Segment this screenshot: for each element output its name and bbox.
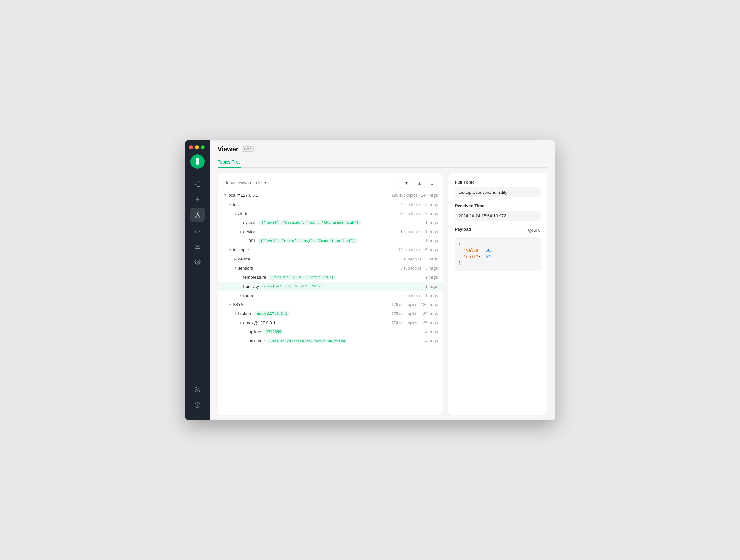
tree-node-name: testtopic: [233, 247, 249, 252]
sidebar-item-rules[interactable]: [190, 239, 205, 253]
tree-node-name: sensors: [238, 266, 253, 270]
tree-arrow: [238, 275, 244, 280]
sidebar-item-copy[interactable]: [190, 177, 205, 191]
tree-tag: 2742699: [264, 329, 283, 334]
msgs-count: 2 msgs: [425, 202, 438, 207]
tree-arrow: ▶: [238, 293, 244, 298]
msgs-count: 1 msgs: [425, 293, 438, 298]
tree-row[interactable]: datetime 2024-10-24T07:58:55.452000400+0…: [218, 337, 443, 346]
msgs-count: 3 msgs: [425, 266, 438, 270]
tree-node-name: room: [244, 293, 253, 298]
fullscreen-dot[interactable]: [201, 145, 205, 149]
detail-panel: Full Topic testtopic/sensors/humidity Re…: [448, 173, 547, 415]
payload-line: "unit": "%": [459, 254, 537, 260]
sub-topics-count: 195 sub-topics: [391, 193, 417, 198]
received-time-label: Received Time: [455, 203, 541, 208]
payload-section: Payload QoS: 0 { "value": 68, "unit": "%…: [455, 227, 541, 270]
filter-input[interactable]: [222, 178, 399, 188]
sub-topics-count: 5 sub-topics: [400, 266, 422, 270]
full-topic-label: Full Topic: [455, 180, 541, 185]
tree-arrow: [244, 238, 249, 244]
tree-row[interactable]: ▼ brokers emqx@127.0.0.1 175 sub-topics …: [218, 309, 443, 318]
tree-stats: 1 msgs: [425, 220, 438, 225]
msgs-count: 1 msgs: [425, 284, 438, 289]
logo: [190, 154, 205, 169]
received-time-value: 2024-10-24 15:54:10:972: [455, 211, 541, 221]
tree-row[interactable]: ▼ sensors 5 sub-topics 3 msgs: [218, 264, 443, 273]
tree-tag: {"level": "error", "msg": "Connection lo…: [258, 238, 357, 243]
close-dot[interactable]: [189, 145, 193, 149]
msgs-count: 4 msgs: [425, 330, 438, 334]
payload-box: { "value": 68, "unit": "%" }: [455, 237, 541, 270]
tree-node-name: system: [244, 220, 257, 225]
tree-stats: 1 sub-topics 1 msgs: [400, 230, 438, 234]
topics-list: ▼ local@127.0.0.1 195 sub-topics 144 msg…: [218, 188, 443, 415]
minimize-dot[interactable]: [195, 145, 199, 149]
tree-node-name: datetime: [249, 339, 265, 343]
sub-topics-count: 1 sub-topics: [400, 230, 422, 234]
beta-badge: Beta: [242, 146, 254, 151]
tree-row[interactable]: ▼ testtopic 12 sub-topics 6 msgs: [218, 245, 443, 255]
tree-row[interactable]: temperature {"value": 25.6, "unit": "°C"…: [218, 273, 443, 282]
expand-button[interactable]: ▾: [401, 178, 412, 188]
tree-arrow: ▼: [222, 193, 228, 198]
sidebar-item-add[interactable]: [190, 192, 205, 207]
tree-arrow: [244, 329, 249, 335]
sidebar: [185, 140, 210, 420]
sidebar-item-code[interactable]: [190, 223, 205, 238]
tree-row[interactable]: ▼ emqx@127.0.0.1 174 sub-topics 135 msgs: [218, 318, 443, 328]
more-button[interactable]: …: [428, 178, 438, 188]
tree-row[interactable]: 001 {"level": "error", "msg": "Connectio…: [218, 236, 443, 245]
msgs-count: 6 msgs: [425, 248, 438, 252]
tree-tag: {"value": 25.6, "unit": "°C"}: [269, 275, 336, 280]
payload-label: Payload: [455, 227, 471, 232]
tree-stats: 3 sub-topics 2 msgs: [400, 211, 438, 216]
tree-arrow: ▼: [228, 247, 233, 253]
tree-arrow: [238, 284, 244, 289]
sidebar-item-feed[interactable]: [190, 382, 205, 397]
header-title-row: Viewer Beta: [218, 145, 547, 153]
tree-row[interactable]: system {"level": "warning", "msg": "CPU …: [218, 218, 443, 227]
received-time-section: Received Time 2024-10-24 15:54:10:972: [455, 203, 541, 221]
tree-row[interactable]: uptime 2742699 4 msgs: [218, 328, 443, 337]
tree-stats: 4 msgs: [425, 339, 438, 343]
content-area: ▾ ▴ … ▼ local@127.0.0.1 195 sub-topics 1…: [210, 168, 555, 420]
payload-line: "value": 68,: [459, 247, 537, 254]
tree-node-name: 001: [249, 238, 256, 243]
tree-arrow: [238, 220, 244, 225]
tree-node-name: alerts: [238, 211, 249, 216]
payload-line: }: [459, 260, 537, 267]
tree-stats: 1 msgs: [425, 275, 438, 280]
logo-icon: [193, 157, 202, 166]
tree-node-name: test: [233, 202, 240, 207]
sub-topics-count: 2 sub-topics: [400, 293, 422, 298]
sub-topics-count: 175 sub-topics: [391, 312, 417, 316]
tree-row[interactable]: ▼ device 1 sub-topics 1 msgs: [218, 227, 443, 236]
tree-arrow: ▼: [233, 266, 238, 271]
tree-row[interactable]: ▼ local@127.0.0.1 195 sub-topics 144 msg…: [218, 191, 443, 200]
msgs-count: 1 msgs: [425, 220, 438, 225]
svg-point-10: [197, 261, 198, 262]
msgs-count: 4 msgs: [425, 339, 438, 343]
msgs-count: 144 msgs: [421, 193, 438, 198]
sub-topics-count: 174 sub-topics: [391, 321, 417, 325]
tree-row[interactable]: ▼ $SYS 176 sub-topics 136 msgs: [218, 300, 443, 309]
sidebar-item-topology[interactable]: [190, 208, 205, 222]
tree-row[interactable]: ▼ alerts 3 sub-topics 2 msgs: [218, 209, 443, 218]
collapse-button[interactable]: ▴: [414, 178, 425, 188]
tree-row[interactable]: ▶ room 2 sub-topics 1 msgs: [218, 291, 443, 300]
sidebar-item-info[interactable]: [190, 398, 205, 412]
tab-topics-tree[interactable]: Topics Tree: [218, 157, 241, 168]
tree-row[interactable]: humidity {"value": 68, "unit": "%"} 1 ms…: [218, 282, 443, 291]
tree-stats: 12 sub-topics 6 msgs: [398, 248, 438, 252]
tree-stats: 174 sub-topics 135 msgs: [391, 321, 438, 325]
full-topic-section: Full Topic testtopic/sensors/humidity: [455, 180, 541, 197]
sub-topics-count: 3 sub-topics: [400, 211, 422, 216]
tree-arrow: ▼: [233, 211, 238, 216]
tree-row[interactable]: ▶ device 5 sub-topics 3 msgs: [218, 255, 443, 264]
titlebar-dots: [185, 145, 205, 149]
tree-row[interactable]: ▼ test 4 sub-topics 2 msgs: [218, 200, 443, 209]
sub-topics-count: 5 sub-topics: [400, 257, 422, 261]
tree-node-name: emqx@127.0.0.1: [244, 320, 276, 325]
sidebar-item-settings[interactable]: [190, 255, 205, 269]
